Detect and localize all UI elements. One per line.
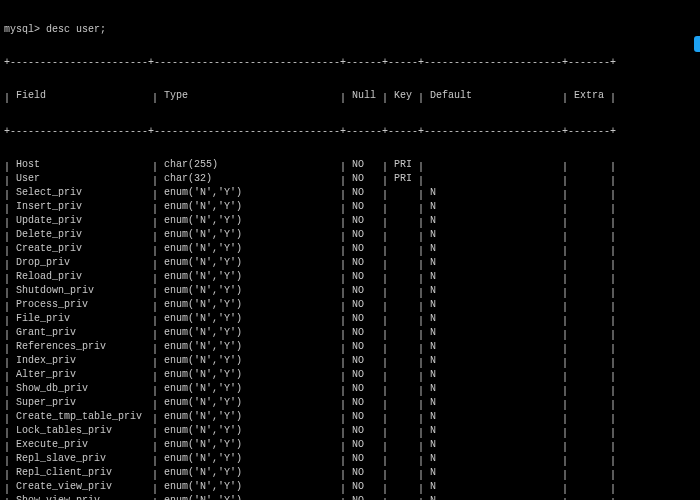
- cell-null: NO: [352, 187, 382, 198]
- cell-null: NO: [352, 229, 382, 240]
- cell-default: N: [430, 285, 562, 296]
- cell-type: enum('N','Y'): [164, 201, 340, 212]
- cell-type: enum('N','Y'): [164, 187, 340, 198]
- cell-null: NO: [352, 355, 382, 366]
- cell-type: enum('N','Y'): [164, 215, 340, 226]
- cell-field: Shutdown_priv: [16, 285, 152, 296]
- cell-default: N: [430, 467, 562, 478]
- cell-default: N: [430, 383, 562, 394]
- header-null: Null: [352, 90, 382, 101]
- cell-type: char(32): [164, 173, 340, 184]
- cell-null: NO: [352, 313, 382, 324]
- cell-null: NO: [352, 425, 382, 436]
- table-row: | Execute_priv| enum('N','Y')| NO| | N| …: [4, 439, 696, 453]
- table-row: | Grant_priv| enum('N','Y')| NO| | N| |: [4, 327, 696, 341]
- cell-type: enum('N','Y'): [164, 313, 340, 324]
- cell-type: enum('N','Y'): [164, 495, 340, 500]
- cell-default: N: [430, 299, 562, 310]
- cell-field: Show_db_priv: [16, 383, 152, 394]
- cell-key: PRI: [394, 159, 418, 170]
- table-row: | Create_view_priv| enum('N','Y')| NO| |…: [4, 481, 696, 495]
- cell-field: Insert_priv: [16, 201, 152, 212]
- cell-default: N: [430, 397, 562, 408]
- cell-field: Create_view_priv: [16, 481, 152, 492]
- cell-type: enum('N','Y'): [164, 355, 340, 366]
- table-row: | Repl_client_priv| enum('N','Y')| NO| |…: [4, 467, 696, 481]
- table-row: | Alter_priv| enum('N','Y')| NO| | N| |: [4, 369, 696, 383]
- cell-type: enum('N','Y'): [164, 257, 340, 268]
- table-row: | Insert_priv| enum('N','Y')| NO| | N| |: [4, 201, 696, 215]
- table-row: | File_priv| enum('N','Y')| NO| | N| |: [4, 313, 696, 327]
- cell-null: NO: [352, 327, 382, 338]
- table-row: | Update_priv| enum('N','Y')| NO| | N| |: [4, 215, 696, 229]
- cell-default: N: [430, 481, 562, 492]
- cell-field: Repl_slave_priv: [16, 453, 152, 464]
- cell-field: File_priv: [16, 313, 152, 324]
- cell-field: Select_priv: [16, 187, 152, 198]
- cell-type: enum('N','Y'): [164, 285, 340, 296]
- cell-type: enum('N','Y'): [164, 481, 340, 492]
- cell-default: N: [430, 215, 562, 226]
- cell-type: enum('N','Y'): [164, 425, 340, 436]
- cell-null: NO: [352, 299, 382, 310]
- table-row: | Reload_priv| enum('N','Y')| NO| | N| |: [4, 271, 696, 285]
- terminal-output[interactable]: mysql> desc user; +---------------------…: [0, 0, 700, 500]
- cell-type: char(255): [164, 159, 340, 170]
- cell-field: Repl_client_priv: [16, 467, 152, 478]
- cell-default: N: [430, 439, 562, 450]
- cell-field: Update_priv: [16, 215, 152, 226]
- table-row: | Show_view_priv| enum('N','Y')| NO| | N…: [4, 495, 696, 500]
- cell-null: NO: [352, 271, 382, 282]
- table-header: | Field| Type| Null| Key| Default| Extra…: [4, 90, 696, 104]
- cell-field: User: [16, 173, 152, 184]
- cell-null: NO: [352, 159, 382, 170]
- cell-default: N: [430, 355, 562, 366]
- prompt-text: mysql> desc user;: [4, 24, 106, 35]
- cell-default: N: [430, 313, 562, 324]
- cell-field: Create_priv: [16, 243, 152, 254]
- cell-default: N: [430, 369, 562, 380]
- cell-null: NO: [352, 215, 382, 226]
- side-accent-icon: [694, 36, 700, 52]
- table-body: | Host| char(255)| NO| PRI| | || User| c…: [4, 159, 696, 500]
- cell-null: NO: [352, 243, 382, 254]
- cell-key: PRI: [394, 173, 418, 184]
- cell-type: enum('N','Y'): [164, 397, 340, 408]
- cell-field: Create_tmp_table_priv: [16, 411, 152, 422]
- cell-default: N: [430, 187, 562, 198]
- cell-null: NO: [352, 257, 382, 268]
- cell-field: Delete_priv: [16, 229, 152, 240]
- cell-default: N: [430, 327, 562, 338]
- cell-type: enum('N','Y'): [164, 369, 340, 380]
- separator-mid: +-----------------------+---------------…: [4, 126, 696, 137]
- table-row: | Process_priv| enum('N','Y')| NO| | N| …: [4, 299, 696, 313]
- cell-type: enum('N','Y'): [164, 229, 340, 240]
- cell-type: enum('N','Y'): [164, 411, 340, 422]
- table-row: | User| char(32)| NO| PRI| | |: [4, 173, 696, 187]
- table-row: | Lock_tables_priv| enum('N','Y')| NO| |…: [4, 425, 696, 439]
- table-row: | Delete_priv| enum('N','Y')| NO| | N| |: [4, 229, 696, 243]
- cell-default: N: [430, 411, 562, 422]
- table-row: | Index_priv| enum('N','Y')| NO| | N| |: [4, 355, 696, 369]
- cell-default: N: [430, 229, 562, 240]
- header-key: Key: [394, 90, 418, 101]
- cell-type: enum('N','Y'): [164, 453, 340, 464]
- cell-field: References_priv: [16, 341, 152, 352]
- cell-field: Drop_priv: [16, 257, 152, 268]
- cell-default: N: [430, 271, 562, 282]
- cell-null: NO: [352, 201, 382, 212]
- header-extra: Extra: [574, 90, 610, 101]
- cell-type: enum('N','Y'): [164, 341, 340, 352]
- cell-null: NO: [352, 383, 382, 394]
- cell-type: enum('N','Y'): [164, 327, 340, 338]
- cell-field: Index_priv: [16, 355, 152, 366]
- cell-default: N: [430, 341, 562, 352]
- cell-null: NO: [352, 411, 382, 422]
- cell-null: NO: [352, 285, 382, 296]
- cell-type: enum('N','Y'): [164, 299, 340, 310]
- table-row: | Drop_priv| enum('N','Y')| NO| | N| |: [4, 257, 696, 271]
- cell-default: N: [430, 243, 562, 254]
- table-row: | References_priv| enum('N','Y')| NO| | …: [4, 341, 696, 355]
- cell-field: Alter_priv: [16, 369, 152, 380]
- cell-null: NO: [352, 173, 382, 184]
